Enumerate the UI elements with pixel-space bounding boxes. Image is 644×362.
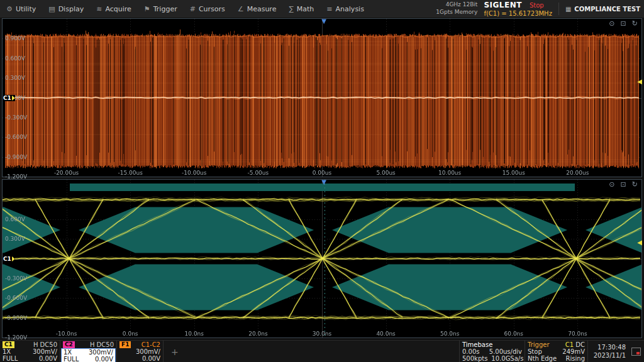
screenshot-icon[interactable]: ⊙ bbox=[609, 180, 614, 189]
trigger-run-status: Stop bbox=[528, 348, 542, 355]
x-axis-label: -10.00us bbox=[182, 170, 206, 176]
y-axis-label: -0.600V bbox=[5, 134, 27, 140]
fullscreen-icon[interactable]: ⊡ bbox=[621, 180, 626, 189]
y-axis-label: 0.600V bbox=[5, 55, 25, 62]
trigger-source-channel: C1 bbox=[565, 341, 574, 348]
brand-block: SIGLENT Stop f(C1) = 15.61723MHz bbox=[484, 1, 552, 17]
x-axis-label: 15.00us bbox=[502, 170, 525, 176]
compliance-test-button[interactable]: ▦ COMPLIANCE TEST bbox=[565, 6, 640, 13]
x-axis-label: 50.0ns bbox=[440, 331, 459, 337]
add-channel-button[interactable]: + bbox=[164, 347, 186, 357]
c1-coupling: H DC50 bbox=[33, 341, 57, 348]
eye-diagram-canvas bbox=[3, 180, 641, 337]
clock-date: 2023/11/1 bbox=[591, 352, 626, 359]
channel-arrow-icon bbox=[12, 256, 15, 261]
analysis-icon: ≡ bbox=[326, 5, 332, 13]
y-axis-label: 0.900V bbox=[5, 35, 25, 41]
main-waveform-plot[interactable]: 0.900V0.600V0.300V0.000V-0.300V-0.600V-0… bbox=[2, 18, 642, 177]
trigger-position-marker[interactable]: ▼ bbox=[321, 178, 326, 185]
memory-spec: 1Gpts Memory bbox=[436, 9, 477, 16]
c2-selected-highlight: 1X300mV/ FULL0.00V bbox=[61, 348, 116, 362]
header-right: 4GHz 12Bit 1Gpts Memory SIGLENT Stop f(C… bbox=[436, 1, 644, 17]
f1-badge: F1 bbox=[119, 341, 131, 348]
y-axis-label: -1.200V bbox=[5, 173, 27, 180]
fullscreen-icon[interactable]: ⊡ bbox=[621, 19, 626, 28]
flag-icon: ⚑ bbox=[144, 5, 150, 13]
bandwidth-spec: 4GHz 12Bit bbox=[436, 1, 477, 9]
menu-label: Trigger bbox=[153, 5, 177, 13]
channel-c2-status[interactable]: C2H DC50 1X300mV/ FULL0.00V bbox=[60, 341, 117, 362]
trigger-title: Trigger bbox=[528, 341, 550, 348]
c2-badge: C2 bbox=[63, 341, 75, 348]
menu-utility[interactable]: ⚙Utility bbox=[0, 0, 42, 18]
x-axis-label: 30.0ns bbox=[313, 331, 331, 337]
gear-icon: ⚙ bbox=[6, 5, 13, 13]
cursors-icon: # bbox=[190, 5, 196, 13]
status-bar: C1H DC50 1X300mV/ FULL0.00V C2H DC50 1X3… bbox=[0, 340, 644, 362]
y-axis-label: -0.900V bbox=[5, 315, 27, 321]
math-f1-status[interactable]: F1C1-C2 300mV/ 0.00V bbox=[117, 341, 164, 362]
c1-scale: 300mV/ bbox=[33, 348, 57, 355]
compliance-test-label: COMPLIANCE TEST bbox=[574, 6, 640, 13]
frequency-counter: f(C1) = 15.61723MHz bbox=[484, 10, 552, 17]
clock-time: 17:30:48 bbox=[591, 344, 626, 351]
x-axis-label: 20.00us bbox=[566, 170, 589, 176]
x-axis-label: 10.00us bbox=[438, 170, 461, 176]
channel-c1-marker[interactable]: C1 bbox=[3, 95, 15, 101]
x-axis-label: 20.0ns bbox=[248, 331, 267, 337]
trigger-level-marker[interactable]: ◀ bbox=[637, 239, 642, 246]
header-divider bbox=[558, 3, 559, 15]
c1-probe: 1X bbox=[3, 348, 11, 355]
menu-measure[interactable]: ∠Measure bbox=[231, 0, 283, 18]
timebase-status[interactable]: Timebase 0.00s5.00us/div 500kpts10.0GSa/… bbox=[460, 341, 525, 362]
y-axis-label: -0.600V bbox=[5, 295, 27, 301]
screenshot-icon[interactable]: ⊙ bbox=[609, 19, 614, 28]
x-axis-label: -20.00us bbox=[54, 170, 79, 176]
menu-math[interactable]: ∑Math bbox=[282, 0, 320, 18]
trigger-level: 249mV bbox=[562, 348, 585, 355]
status-spacer bbox=[186, 341, 460, 362]
menu-cursors[interactable]: #Cursors bbox=[184, 0, 231, 18]
scope-specs: 4GHz 12Bit 1Gpts Memory bbox=[436, 1, 477, 16]
y-axis-label: -0.300V bbox=[5, 275, 27, 282]
y-axis-label: 0.300V bbox=[5, 236, 25, 242]
menu-label: Display bbox=[58, 5, 84, 13]
y-axis-label: -0.300V bbox=[5, 114, 27, 121]
menu-display[interactable]: ▤Display bbox=[42, 0, 90, 18]
menu-bar: ⚙Utility▤Display≋Acquire⚑Trigger#Cursors… bbox=[0, 0, 644, 18]
refresh-icon[interactable]: ↻ bbox=[632, 180, 638, 189]
timebase-sample-rate: 10.0GSa/s bbox=[491, 355, 523, 362]
y-axis-label: 0.300V bbox=[5, 75, 25, 81]
trigger-status[interactable]: Trigger C1 DC Stop249mV Nth EdgeRising bbox=[525, 341, 588, 362]
refresh-icon[interactable]: ↻ bbox=[632, 19, 638, 28]
display-icon: ▤ bbox=[48, 5, 55, 13]
x-axis-label: 10.0ns bbox=[185, 331, 204, 337]
menu-trigger[interactable]: ⚑Trigger bbox=[138, 0, 184, 18]
x-axis-label: 5.00us bbox=[376, 170, 395, 176]
channel-arrow-icon bbox=[12, 96, 15, 101]
timebase-title: Timebase bbox=[462, 341, 492, 348]
trigger-source-coupling: DC bbox=[575, 341, 585, 348]
x-axis-label: -5.00us bbox=[248, 170, 269, 176]
eye-diagram-plot[interactable]: 0.600V0.300V-0.300V-0.600V-0.900V-1.200V… bbox=[2, 179, 642, 338]
menu-acquire[interactable]: ≋Acquire bbox=[90, 0, 138, 18]
brand-logo: SIGLENT bbox=[484, 1, 522, 9]
trigger-type: Nth Edge bbox=[528, 355, 557, 362]
y-axis-label: 0.600V bbox=[5, 216, 25, 222]
trigger-position-marker[interactable]: ▼ bbox=[321, 18, 326, 25]
c1-badge: C1 bbox=[3, 341, 14, 348]
menu-label: Math bbox=[297, 5, 314, 13]
c2-probe: 1X bbox=[64, 349, 72, 356]
timebase-delay: 0.00s bbox=[462, 348, 479, 355]
trigger-level-marker[interactable]: ◀ bbox=[637, 78, 642, 85]
menu-analysis[interactable]: ≡Analysis bbox=[320, 0, 370, 18]
timebase-points: 500kpts bbox=[462, 355, 487, 362]
trigger-source: C1 DC bbox=[565, 341, 585, 348]
main-menus: ⚙Utility▤Display≋Acquire⚑Trigger#Cursors… bbox=[0, 0, 370, 18]
c2-coupling: H DC50 bbox=[90, 341, 114, 348]
c2-bandwidth: FULL bbox=[64, 356, 79, 362]
main-waveform-canvas bbox=[3, 19, 641, 177]
c2-scale: 300mV/ bbox=[89, 349, 113, 356]
channel-c1-status[interactable]: C1H DC50 1X300mV/ FULL0.00V bbox=[0, 341, 60, 362]
channel-c1-marker[interactable]: C1 bbox=[3, 256, 15, 262]
